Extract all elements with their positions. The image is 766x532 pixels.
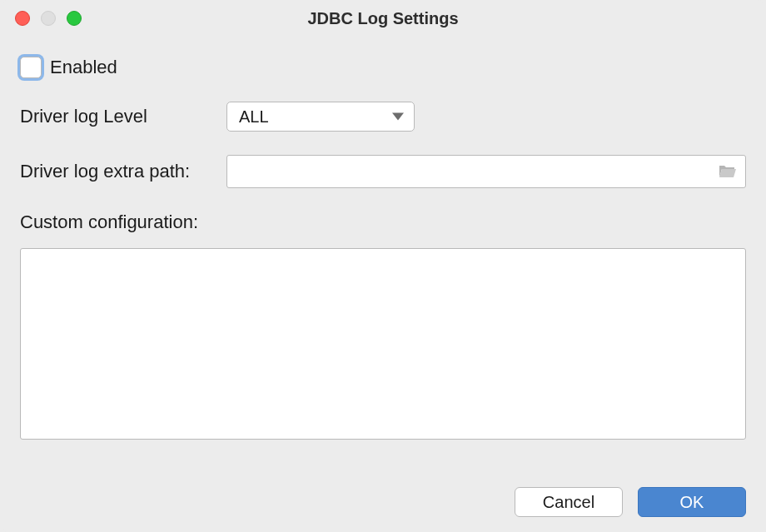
custom-config-textarea[interactable] xyxy=(20,248,746,440)
ok-button-label: OK xyxy=(680,493,704,512)
dialog-buttons: Cancel OK xyxy=(515,487,746,517)
zoom-icon[interactable] xyxy=(67,11,82,26)
extra-path-row: Driver log extra path: xyxy=(20,155,746,188)
dialog-window: JDBC Log Settings Enabled Driver log Lev… xyxy=(0,0,766,532)
log-level-select[interactable]: ALL xyxy=(226,102,415,132)
browse-button[interactable] xyxy=(710,156,745,187)
close-icon[interactable] xyxy=(15,11,30,26)
enabled-row: Enabled xyxy=(20,57,746,78)
custom-config-label: Custom configuration: xyxy=(20,211,746,233)
ok-button[interactable]: OK xyxy=(638,487,746,517)
titlebar: JDBC Log Settings xyxy=(0,0,766,37)
cancel-button[interactable]: Cancel xyxy=(515,487,623,517)
minimize-icon[interactable] xyxy=(41,11,56,26)
window-title: JDBC Log Settings xyxy=(0,9,766,28)
log-level-row: Driver log Level ALL xyxy=(20,102,746,132)
extra-path-label: Driver log extra path: xyxy=(20,161,226,182)
cancel-button-label: Cancel xyxy=(543,493,594,512)
dialog-content: Enabled Driver log Level ALL Driver log … xyxy=(0,37,766,443)
folder-icon xyxy=(718,163,738,180)
enabled-checkbox[interactable] xyxy=(20,57,42,78)
chevron-down-icon xyxy=(392,113,404,121)
enabled-label: Enabled xyxy=(50,57,117,78)
extra-path-input[interactable] xyxy=(227,156,710,187)
log-level-value: ALL xyxy=(239,107,269,127)
window-controls xyxy=(0,11,82,26)
log-level-label: Driver log Level xyxy=(20,106,226,127)
extra-path-field-wrap xyxy=(226,155,746,188)
